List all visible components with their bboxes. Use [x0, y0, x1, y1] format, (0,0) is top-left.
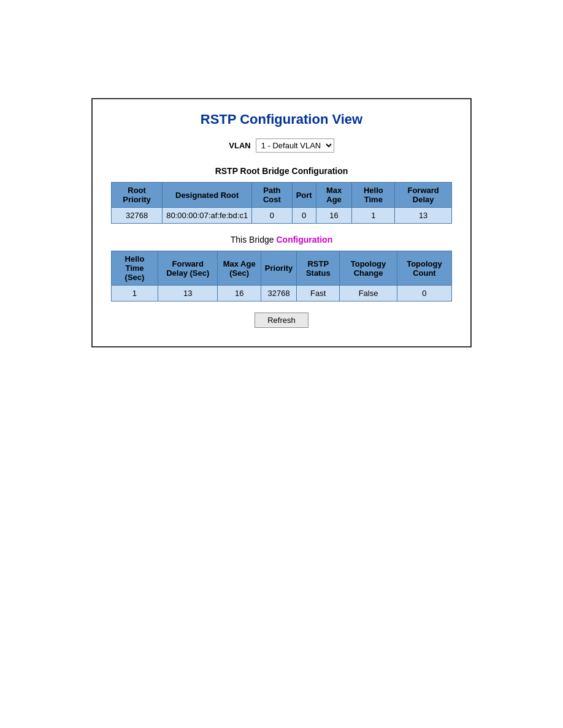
- table-cell: 13: [158, 286, 218, 301]
- col-root-priority: Root Priority: [112, 183, 163, 208]
- table-row: 3276880:00:00:07:af:fe:bd:c10016113: [112, 208, 452, 224]
- col-hello-time-sec: Hello Time (Sec): [112, 251, 158, 286]
- table-cell: 16: [218, 286, 261, 301]
- bridge-config-link[interactable]: Configuration: [276, 235, 332, 245]
- col-rstp-status: RSTP Status: [297, 251, 340, 286]
- table-cell: 1: [112, 286, 158, 301]
- col-path-cost: Path Cost: [252, 183, 292, 208]
- page-title: RSTP Configuration View: [111, 112, 452, 127]
- table-cell: 0: [292, 208, 316, 224]
- col-designated-root: Designated Root: [163, 183, 252, 208]
- col-forward-delay-sec: Forward Delay (Sec): [158, 251, 218, 286]
- table-cell: 1: [352, 208, 395, 224]
- bridge-config-label: This Bridge: [231, 235, 277, 245]
- table-cell: False: [340, 286, 397, 301]
- col-max-age: Max Age: [316, 183, 352, 208]
- root-bridge-table: Root Priority Designated Root Path Cost …: [111, 182, 452, 224]
- table-cell: Fast: [297, 286, 340, 301]
- vlan-row: VLAN 1 - Default VLAN: [111, 138, 452, 153]
- table-cell: 32768: [261, 286, 297, 301]
- col-priority: Priority: [261, 251, 297, 286]
- main-container: RSTP Configuration View VLAN 1 - Default…: [91, 98, 472, 347]
- refresh-row: Refresh: [111, 313, 452, 328]
- col-hello-time: Hello Time: [352, 183, 395, 208]
- bridge-config-title: This Bridge Configuration: [111, 235, 452, 245]
- table-cell: 0: [252, 208, 292, 224]
- col-max-age-sec: Max Age (Sec): [218, 251, 261, 286]
- table-cell: 0: [397, 286, 451, 301]
- col-topology-count: Topology Count: [397, 251, 451, 286]
- table-cell: 80:00:00:07:af:fe:bd:c1: [163, 208, 252, 224]
- refresh-button[interactable]: Refresh: [255, 313, 308, 328]
- bridge-config-table: Hello Time (Sec) Forward Delay (Sec) Max…: [111, 251, 452, 301]
- table-cell: 13: [395, 208, 452, 224]
- table-row: 1131632768FastFalse0: [112, 286, 452, 301]
- vlan-label: VLAN: [229, 141, 250, 150]
- col-topology-change: Topology Change: [340, 251, 397, 286]
- table-cell: 16: [316, 208, 352, 224]
- col-port: Port: [292, 183, 316, 208]
- col-forward-delay: Forward Delay: [395, 183, 452, 208]
- root-bridge-section-title: RSTP Root Bridge Configuration: [111, 166, 452, 176]
- vlan-select[interactable]: 1 - Default VLAN: [256, 138, 334, 153]
- table-cell: 32768: [112, 208, 163, 224]
